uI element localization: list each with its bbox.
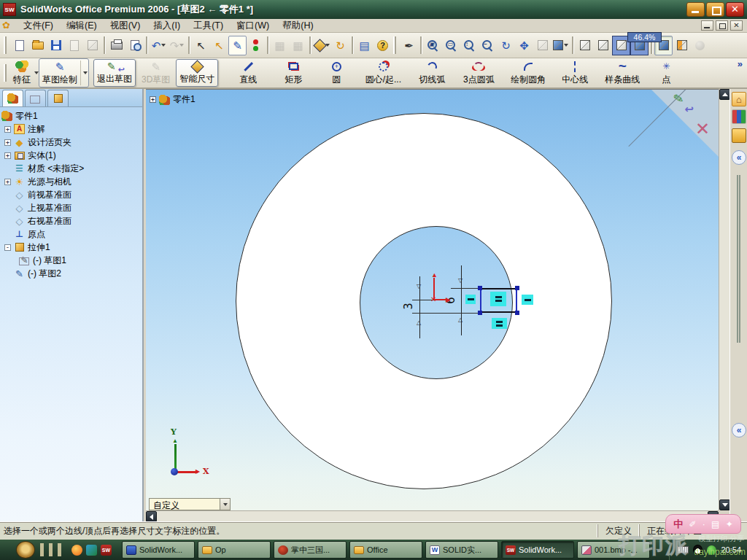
tree-item-annotations[interactable]: + A 注解 — [0, 122, 142, 136]
help-button[interactable]: ? — [374, 36, 392, 55]
pan-button[interactable]: ✥ — [515, 36, 533, 55]
rectangle-tool-button[interactable]: 矩形 — [271, 59, 316, 87]
taskbar-button-office-folder[interactable]: Office — [349, 541, 422, 559]
sketch-draw-dropdown[interactable] — [80, 61, 88, 85]
expand-toggle[interactable]: + — [4, 126, 11, 133]
tray-status-icon[interactable] — [707, 545, 716, 555]
view-orientation-button[interactable] — [551, 36, 570, 55]
collapse-toggle[interactable]: - — [4, 244, 11, 251]
options-list-button[interactable]: ▤ — [355, 36, 374, 55]
tree-item-lights-cameras[interactable]: + ☀ 光源与相机 — [0, 175, 142, 188]
quick-launch-solidworks-icon[interactable]: SW — [101, 545, 112, 556]
ime-tools-icon[interactable]: ✦ — [726, 519, 733, 529]
ime-language-bar[interactable]: 中 ✐ · ▤ ✦ — [665, 514, 741, 534]
exit-sketch-arrow-icon[interactable]: ↩ — [684, 103, 694, 116]
cancel-sketch-icon[interactable]: ✕ — [695, 119, 710, 139]
tree-item-top-plane[interactable]: ◇ 上视基准面 — [0, 201, 142, 214]
graphics-viewport[interactable]: + 零件1 ✎ ↩ ✕ ▽ △ 6 ▽ △ 3 ▲ ▶ ✕ — [146, 89, 719, 510]
centerpoint-arc-tool-button[interactable]: 圆心/起... — [357, 59, 409, 87]
sketch-button[interactable]: ✎ — [228, 36, 247, 55]
doc-restore-button[interactable] — [716, 20, 728, 31]
ime-keyboard-icon[interactable]: ▤ — [711, 519, 719, 529]
select-button[interactable]: ↖ — [192, 36, 210, 55]
menu-window[interactable]: 窗口(W) — [230, 19, 276, 33]
toolbar-grip[interactable] — [4, 36, 9, 54]
ime-pen-icon[interactable]: ✐ — [689, 519, 696, 529]
horizontal-relation-badge[interactable] — [522, 295, 533, 305]
rectangle-vertex[interactable] — [478, 311, 482, 315]
solidworks-resources-tab[interactable]: ⌂ — [732, 92, 746, 106]
task-pane-handle[interactable] — [737, 175, 738, 343]
save-button[interactable] — [47, 36, 65, 55]
measure-button[interactable] — [313, 36, 331, 55]
doc-close-button[interactable] — [730, 20, 743, 31]
undo-button[interactable]: ↶ — [150, 36, 168, 55]
tree-item-material[interactable]: ☰ 材质 <未指定> — [0, 162, 142, 175]
tree-item-sketch2[interactable]: ✎ (-) 草图2 — [0, 267, 142, 280]
taskbar-button-op-folder[interactable]: Op — [198, 541, 271, 559]
zoom-to-fit-button[interactable]: ▣ — [424, 36, 442, 55]
ime-mode-icon[interactable]: · — [703, 519, 705, 529]
tab-property-manager[interactable] — [25, 90, 46, 106]
rotate-view-button[interactable]: ↻ — [497, 36, 515, 55]
toolbar-overflow-chevron[interactable]: » — [738, 58, 743, 69]
quick-launch-browser-icon[interactable] — [71, 545, 82, 556]
tab-configuration-manager[interactable] — [47, 90, 69, 106]
taskbar-button-paint[interactable]: 001.bmp -... — [577, 541, 650, 559]
rectangle-left-edge[interactable] — [480, 288, 481, 313]
zoom-to-selection-button[interactable]: − — [479, 36, 497, 55]
taskbar-button-word-doc[interactable]: WSOLID实... — [425, 541, 498, 559]
line-tool-button[interactable]: 直线 — [225, 59, 271, 87]
scroll-up-button[interactable] — [719, 89, 730, 100]
scroll-down-button[interactable] — [719, 499, 730, 510]
sketch-origin-point[interactable]: ✕ — [430, 297, 436, 303]
selection-filter-button[interactable]: ↖ — [210, 36, 228, 55]
print-button[interactable] — [107, 36, 125, 55]
expand-toggle[interactable]: + — [4, 179, 11, 185]
spline-tool-button[interactable]: ~ 样条曲线 — [596, 59, 649, 87]
tree-item-solid-bodies[interactable]: + 实体(1) — [0, 149, 142, 162]
tree-root[interactable]: 零件1 — [0, 109, 142, 122]
equal-relation-badge[interactable] — [490, 292, 506, 306]
view-preset-combobox[interactable]: 自定义 — [149, 498, 231, 510]
menu-view[interactable]: 视图(V) — [104, 19, 147, 33]
dropdown-arrow-icon[interactable] — [564, 44, 568, 47]
file-explorer-tab[interactable] — [732, 128, 746, 143]
expand-toggle[interactable]: + — [4, 139, 11, 146]
menu-insert[interactable]: 插入(I) — [147, 19, 187, 33]
expand-toggle[interactable]: + — [150, 96, 156, 103]
circle-tool-button[interactable]: + 圆 — [316, 59, 357, 87]
tree-item-design-binder[interactable]: + ◆ 设计活页夹 — [0, 136, 142, 149]
tree-item-front-plane[interactable]: ◇ 前视基准面 — [0, 188, 142, 201]
rectangle-vertex[interactable] — [515, 286, 519, 290]
open-button[interactable] — [28, 36, 47, 55]
taskbar-clock[interactable]: 20:54 — [721, 545, 741, 554]
3point-arc-tool-button[interactable]: 3点圆弧 — [454, 59, 503, 87]
sketch-draw-button[interactable]: ✎草图绘制 — [39, 58, 89, 88]
annotation-pen-button[interactable]: ✒ — [400, 36, 418, 55]
minimize-button[interactable] — [686, 2, 705, 17]
horizontal-scrollbar[interactable] — [146, 510, 719, 521]
rectangle-vertex[interactable] — [515, 311, 519, 315]
rectangle-vertex[interactable] — [478, 286, 482, 290]
hidden-lines-view-button[interactable] — [594, 36, 612, 55]
smart-dimension-button[interactable]: 智能尺寸 — [176, 59, 218, 87]
edit-color-button[interactable] — [247, 36, 265, 55]
tab-feature-manager[interactable] — [2, 90, 23, 106]
design-library-tab[interactable] — [732, 109, 746, 124]
menu-edit[interactable]: 编辑(E) — [60, 19, 104, 33]
tray-keyboard-icon[interactable] — [677, 546, 689, 553]
new-document-button[interactable] — [10, 36, 28, 55]
restore-button[interactable] — [706, 2, 724, 17]
taskbar-button-edrawings[interactable]: SolidWork... — [122, 541, 195, 559]
menu-file[interactable]: 文件(F) — [17, 19, 60, 33]
equal-relation-badge[interactable] — [492, 318, 507, 329]
point-tool-button[interactable]: ✳ 点 — [649, 59, 684, 87]
vertical-scrollbar[interactable] — [719, 89, 729, 510]
ime-language-icon[interactable]: 中 — [673, 518, 683, 531]
doc-minimize-button[interactable] — [701, 20, 713, 31]
start-button[interactable] — [16, 541, 35, 559]
task-pane-expand-button[interactable]: « — [732, 150, 746, 165]
viewport-mini-tree[interactable]: + 零件1 — [150, 93, 196, 106]
exit-sketch-corner-icon[interactable]: ✎ — [672, 90, 685, 107]
